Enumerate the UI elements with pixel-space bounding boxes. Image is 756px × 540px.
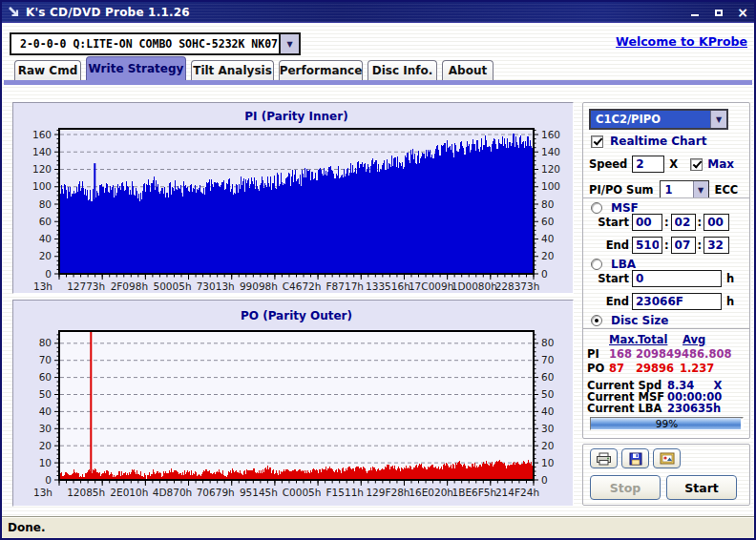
x-tick-label: 228373h: [495, 280, 540, 292]
device-selector[interactable]: 2-0-0-0 Q:LITE-ON COMBO SOHC-5232K NK07 …: [10, 32, 301, 55]
close-icon[interactable]: ×: [735, 5, 750, 20]
printer-icon: [596, 452, 612, 466]
msf-radio[interactable]: [591, 202, 602, 214]
x-tick-label: 12773h: [67, 280, 105, 292]
y-tick-label: 80: [39, 337, 52, 348]
y-tick-label: 60: [39, 216, 52, 227]
x-tick-label: 2F098h: [111, 280, 148, 292]
pi-avg-value: 86.808: [689, 347, 731, 361]
lba-end-input[interactable]: [632, 293, 722, 310]
stop-button[interactable]: Stop: [590, 475, 661, 500]
y-tick-label: 60: [541, 371, 554, 383]
y-tick-label: 40: [39, 233, 52, 244]
x-tick-label: C4672h: [283, 280, 322, 292]
window-controls: ×: [687, 2, 750, 23]
y-tick-label: 20: [39, 250, 52, 261]
tab-band: [4, 80, 752, 85]
x-tick-label: 13h: [33, 280, 52, 292]
minimize-icon[interactable]: [687, 5, 703, 20]
y-tick-label: 20: [541, 250, 554, 261]
x-tick-label: 99098h: [240, 280, 278, 292]
msf-separator: :: [664, 239, 669, 252]
realtime-chart-checkbox[interactable]: [591, 135, 603, 148]
save-image-button[interactable]: [653, 448, 681, 468]
print-button[interactable]: [590, 448, 618, 468]
po-chart: 001010202030304040505060607070808013h120…: [13, 301, 573, 506]
app-window: K's CD/DVD Probe 1.1.26 × 2-0-0-0 Q:LITE…: [0, 0, 756, 540]
current-lba-label: Current LBA: [587, 402, 662, 415]
lba-start-label: Start: [589, 272, 629, 285]
export-image-icon: [660, 452, 675, 465]
status-bar: Done.: [2, 516, 754, 538]
lba-start-input[interactable]: [632, 270, 722, 287]
progress-label: 99%: [591, 418, 743, 429]
stats-header-avg: Avg: [682, 333, 705, 346]
y-tick-label: 10: [541, 457, 554, 468]
lba-start-row: Start h: [589, 270, 734, 287]
po-max-value: 87: [609, 362, 624, 375]
pi-chart: 0020204040606080801001001201201401401601…: [13, 103, 573, 293]
lba-end-label: End: [589, 295, 629, 308]
msf-separator: :: [698, 216, 703, 229]
start-button[interactable]: Start: [666, 475, 737, 500]
msf-separator: :: [664, 216, 669, 229]
speed-input[interactable]: [632, 156, 664, 173]
x-tick-label: 13h: [33, 487, 52, 498]
save-button[interactable]: [621, 448, 649, 468]
pipo-sum-unit: ECC: [715, 183, 739, 197]
mode-select[interactable]: C1C2/PIPO ▼: [589, 109, 728, 130]
mode-select-value: C1C2/PIPO: [591, 111, 710, 128]
x-tick-label: 1BE6F5h: [452, 487, 497, 498]
msf-start-min[interactable]: [632, 214, 662, 231]
y-tick-label: 60: [541, 216, 554, 227]
x-tick-label: 50005h: [154, 280, 192, 292]
msf-end-min[interactable]: [632, 237, 662, 254]
tab-tilt-analysis[interactable]: Tilt Analysis: [191, 60, 274, 80]
pi-chart-title: PI (Parity Inner): [244, 110, 347, 123]
maximize-icon[interactable]: [711, 5, 726, 20]
window-title: K's CD/DVD Probe 1.1.26: [26, 6, 190, 19]
plot-area: [59, 331, 534, 480]
welcome-link[interactable]: Welcome to KProbe: [616, 34, 747, 49]
msf-end-row: End : :: [589, 237, 729, 254]
pipo-sum-select[interactable]: 1 ▼: [660, 180, 709, 199]
po-total-value: 29896: [636, 362, 680, 375]
tab-raw-cmd[interactable]: Raw Cmd: [14, 60, 81, 80]
dropdown-arrow-icon[interactable]: ▼: [710, 111, 726, 128]
pipo-sum-value: 1: [661, 181, 693, 198]
pi-row-label: PI: [587, 347, 599, 361]
lba-end-row: End h: [589, 293, 734, 310]
dropdown-arrow-icon[interactable]: ▼: [693, 181, 708, 198]
tab-about[interactable]: About: [442, 60, 494, 80]
stats-header-total: Total: [638, 333, 667, 346]
y-tick-label: 0: [541, 474, 548, 486]
y-tick-label: 80: [39, 198, 52, 210]
tab-performance[interactable]: Performance: [279, 60, 363, 80]
lba-start-unit: h: [726, 272, 734, 285]
y-tick-label: 40: [541, 233, 554, 244]
x-tick-label: F8717h: [326, 280, 364, 292]
y-tick-label: 120: [32, 163, 52, 175]
tab-disc-info[interactable]: Disc Info.: [368, 60, 437, 80]
msf-start-frame[interactable]: [704, 214, 729, 231]
app-icon: [7, 6, 20, 19]
x-tick-label: 73013h: [197, 280, 235, 292]
tab-write-strategy[interactable]: Write Strategy: [86, 56, 186, 80]
max-speed-checkbox[interactable]: [690, 158, 703, 171]
po-chart-title: PO (Parity Outer): [241, 309, 352, 322]
disc-size-radio[interactable]: [591, 315, 602, 326]
lba-end-unit: h: [726, 295, 734, 308]
divider: [583, 197, 749, 199]
msf-end-sec[interactable]: [671, 237, 696, 254]
lba-radio[interactable]: [591, 259, 602, 270]
dropdown-arrow-icon[interactable]: ▼: [279, 34, 299, 53]
lba-label: LBA: [611, 258, 636, 271]
actions-panel: Stop Start: [582, 444, 750, 506]
divider: [583, 328, 749, 330]
y-tick-label: 100: [32, 180, 52, 192]
msf-separator: :: [698, 239, 703, 252]
y-tick-label: 0: [45, 268, 52, 280]
po-avg-value: 1.237: [680, 362, 714, 375]
msf-end-frame[interactable]: [704, 237, 729, 254]
msf-start-sec[interactable]: [671, 214, 696, 231]
